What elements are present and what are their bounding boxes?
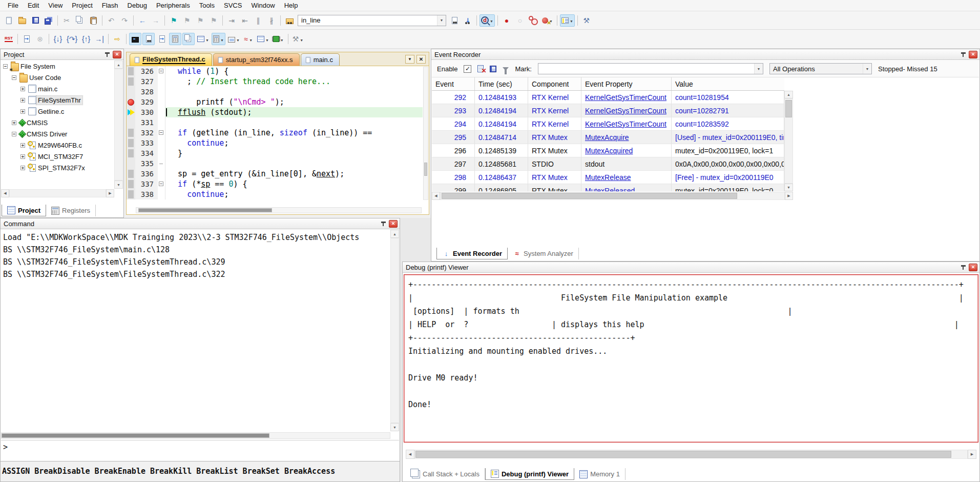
paste-button[interactable]: [87, 14, 99, 27]
event-row-293[interactable]: 2930.12484194RTX KernelKernelGetSysTimer…: [432, 104, 784, 117]
find-text-combobox[interactable]: in_line: [298, 15, 446, 26]
event-property-link[interactable]: MutexAcquired: [585, 147, 633, 155]
undo-button[interactable]: ↶: [105, 14, 117, 27]
chevron-down-icon[interactable]: [570, 16, 573, 24]
code-line-338[interactable]: 338 continue;: [127, 189, 423, 199]
chevron-down-icon[interactable]: [300, 35, 303, 43]
menu-debug[interactable]: Debug: [123, 1, 152, 10]
project-pin-button[interactable]: [103, 51, 111, 58]
step-into-button[interactable]: {↓}: [52, 33, 64, 45]
tree-item-mci-stm32f7[interactable]: +MCI_STM32F7: [1, 151, 114, 162]
navigate-forward-button[interactable]: →: [150, 14, 162, 27]
toolbox-button[interactable]: ⚒: [291, 33, 305, 45]
tree-item-cmsis-driver[interactable]: −CMSIS Driver: [1, 128, 114, 139]
code-editor[interactable]: 326− while (1) {327 ; // Insert thread c…: [127, 66, 423, 200]
command-vscrollbar[interactable]: [390, 230, 399, 431]
filter-icon[interactable]: [503, 67, 509, 71]
menu-edit[interactable]: Edit: [23, 1, 44, 10]
tab-list-button[interactable]: [405, 55, 414, 64]
insert-breakpoint-button[interactable]: ●: [501, 14, 513, 27]
scroll-up-icon[interactable]: [390, 230, 399, 238]
event-recorder-close-button[interactable]: [969, 51, 977, 58]
chevron-down-icon[interactable]: [490, 16, 493, 24]
menu-peripherals[interactable]: Peripherals: [152, 1, 195, 10]
tab-call-stack-locals[interactable]: Call Stack + Locals: [407, 468, 485, 480]
tab-registers[interactable]: Registers: [46, 205, 96, 216]
command-output[interactable]: Load "E:\\MDKWorkSpace\\MDK Trainging 20…: [1, 230, 390, 431]
scroll-right-icon[interactable]: [785, 192, 793, 200]
find-in-files-button[interactable]: [283, 14, 296, 27]
event-property-link[interactable]: KernelGetSysTimerCount: [585, 107, 666, 115]
event-property-link[interactable]: KernelGetSysTimerCount: [585, 93, 666, 102]
disassembly-window-button[interactable]: [142, 33, 155, 45]
save-button[interactable]: [29, 14, 41, 27]
find-symbol-button[interactable]: d: [479, 14, 495, 27]
step-out-button[interactable]: {↑}: [80, 33, 92, 45]
column-header-event[interactable]: Event: [432, 77, 475, 90]
window-list-button[interactable]: [560, 14, 575, 27]
tree-expander-icon[interactable]: −: [12, 75, 16, 80]
tab-event-recorder[interactable]: ↓Event Recorder: [436, 248, 508, 259]
command-window-button[interactable]: [129, 33, 141, 45]
step-over-button[interactable]: {↷}: [65, 33, 79, 45]
event-property-link[interactable]: MutexRelease: [585, 173, 631, 182]
mark-combobox[interactable]: [538, 63, 763, 74]
redo-button[interactable]: ↷: [118, 14, 131, 27]
event-property-link[interactable]: KernelGetSysTimerCount: [585, 120, 666, 128]
scroll-left-icon[interactable]: [1, 189, 9, 197]
column-header-time[interactable]: Time (sec): [475, 77, 528, 90]
tree-expander-icon[interactable]: +: [20, 143, 25, 148]
bookmark-next-button[interactable]: ⚑: [194, 14, 206, 27]
indent-button[interactable]: ⇥: [225, 14, 238, 27]
editor-hscrollbar[interactable]: [136, 207, 422, 213]
tree-item-cmsis[interactable]: +CMSIS: [1, 117, 114, 128]
chevron-down-icon[interactable]: [249, 35, 253, 43]
find-in-files-window-button[interactable]: [448, 14, 461, 27]
disable-all-breakpoints-button[interactable]: [527, 14, 539, 27]
event-table-vscrollbar[interactable]: [784, 91, 793, 191]
chevron-down-icon[interactable]: [863, 64, 871, 74]
registers-window-button[interactable]: [169, 33, 181, 45]
menu-window[interactable]: Window: [246, 1, 279, 10]
scroll-down-icon[interactable]: [784, 184, 793, 191]
tab-debug-printf-viewer[interactable]: Debug (printf) Viewer: [485, 468, 574, 480]
command-pin-button[interactable]: [379, 220, 387, 228]
scroll-down-icon[interactable]: [114, 180, 123, 189]
tab-memory-1[interactable]: Memory 1: [574, 468, 625, 480]
menu-svcs[interactable]: SVCS: [219, 1, 246, 10]
show-next-statement-button[interactable]: [20, 33, 33, 45]
event-row-292[interactable]: 2920.12484193RTX KernelKernelGetSysTimer…: [432, 91, 784, 104]
code-line-335[interactable]: 335: [127, 158, 423, 169]
peripherals-button[interactable]: [272, 33, 285, 45]
copy-button[interactable]: [74, 14, 86, 27]
scroll-right-icon[interactable]: [968, 450, 976, 459]
operations-combobox[interactable]: All Operations: [769, 63, 872, 74]
chevron-down-icon[interactable]: [265, 35, 269, 43]
bookmark-toggle-button[interactable]: ⚑: [168, 14, 180, 27]
menu-help[interactable]: Help: [280, 1, 303, 10]
chevron-down-icon[interactable]: [236, 35, 240, 43]
column-header-value[interactable]: Value: [672, 77, 784, 90]
menu-tools[interactable]: Tools: [195, 1, 219, 10]
run-button[interactable]: ⇨: [111, 33, 123, 45]
stop-button[interactable]: ⊗: [34, 33, 46, 45]
scroll-right-icon[interactable]: [106, 189, 114, 197]
configure-button[interactable]: ⚒: [580, 14, 593, 27]
scroll-left-icon[interactable]: [406, 450, 414, 459]
system-viewer-button[interactable]: [256, 33, 270, 45]
save-events-icon[interactable]: [490, 66, 496, 72]
code-line-331[interactable]: 331: [127, 117, 423, 128]
tab-close-button[interactable]: [416, 55, 426, 64]
column-header-property[interactable]: Event Property: [581, 77, 672, 90]
code-line-337[interactable]: 337− if (*sp == 0) {: [127, 179, 423, 189]
serial-window-button[interactable]: [226, 33, 241, 45]
run-to-cursor-button[interactable]: →|: [93, 33, 106, 45]
event-row-297[interactable]: 2970.12485681STDIOstdout0x0A,0x00,0x00,0…: [432, 157, 784, 171]
command-close-button[interactable]: [389, 220, 398, 228]
event-row-295[interactable]: 2950.12484714RTX MutexMutexAcquire[Used]…: [432, 131, 784, 144]
code-line-329[interactable]: 329 printf ("\nCmd> ");: [127, 97, 423, 107]
memory-window-button[interactable]: [196, 33, 211, 45]
tree-expander-icon[interactable]: +: [20, 166, 25, 170]
fold-collapse-icon[interactable]: −: [159, 69, 163, 73]
column-header-component[interactable]: Component: [528, 77, 581, 90]
